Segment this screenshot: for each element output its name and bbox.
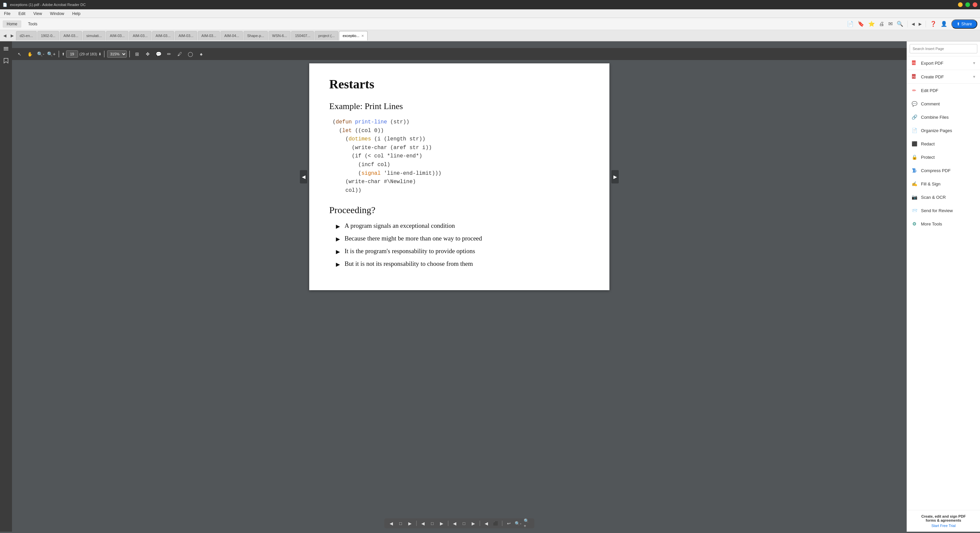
bt-scroll2-btn[interactable]: ⬛ — [492, 520, 500, 527]
tool-hand-btn[interactable]: ✋ — [25, 49, 35, 59]
tab-aim04[interactable]: AIM-04... — [221, 31, 243, 40]
tab-dzi[interactable]: d2i-en... — [16, 31, 37, 40]
sidebar-layers-icon[interactable] — [2, 44, 11, 53]
bt-fit3-btn[interactable]: ▶ — [438, 520, 445, 527]
highlight-btn[interactable]: 🖊 — [175, 49, 185, 59]
help-icon[interactable]: ❓ — [930, 21, 937, 27]
tab-wsn6[interactable]: WSN-6... — [269, 31, 291, 40]
bt-fit-btn[interactable]: ◀ — [419, 520, 426, 527]
panel-item-comment[interactable]: 💬 Comment — [907, 97, 980, 110]
tab-aim03b[interactable]: AIM-03... — [106, 31, 129, 40]
tab-15040[interactable]: 150407... — [291, 31, 314, 40]
search-icon[interactable]: 🔍 — [897, 21, 903, 27]
bullet-text-3: It is the program's responsability to pr… — [345, 248, 475, 255]
tab-prev-button[interactable]: ◀ — [2, 32, 8, 39]
bullet-arrow-1: ▶ — [336, 223, 340, 229]
svg-rect-2 — [4, 50, 8, 50]
zoom-select[interactable]: 315% 100% 150% 200% — [107, 50, 127, 58]
bookmark-icon[interactable]: 🔖 — [858, 21, 864, 27]
more-tools-label: More Tools — [921, 221, 976, 226]
panel-item-edit-pdf[interactable]: ✏ Edit PDF — [907, 84, 980, 97]
menu-window[interactable]: Window — [49, 11, 66, 17]
home-button[interactable]: Home — [3, 20, 21, 28]
user-icon[interactable]: 👤 — [941, 21, 947, 27]
tab-exception[interactable]: exceptio... ✕ — [339, 31, 368, 40]
comment-btn[interactable]: 💬 — [154, 49, 163, 59]
bt-next-btn[interactable]: ▶ — [406, 520, 414, 527]
share-button[interactable]: ⬆ Share — [951, 19, 977, 29]
panel-item-scan-ocr[interactable]: 📷 Scan & OCR — [907, 191, 980, 204]
bt-undo-btn[interactable]: ↩ — [505, 520, 512, 527]
eraser-btn[interactable]: ◯ — [186, 49, 195, 59]
close-button[interactable] — [973, 2, 977, 7]
menu-edit[interactable]: Edit — [17, 11, 27, 17]
panel-item-protect[interactable]: 🔒 Protect — [907, 150, 980, 164]
panel-item-organize[interactable]: 📄 Organize Pages — [907, 124, 980, 137]
tab-aim03a[interactable]: AIM-03... — [60, 31, 82, 40]
star-icon[interactable]: ⭐ — [868, 21, 875, 27]
navigate-next-icon[interactable]: ▶ — [919, 22, 922, 26]
tab-1902[interactable]: 1902-0... — [37, 31, 59, 40]
minimize-button[interactable] — [958, 2, 963, 7]
tool-zoom-in-btn[interactable]: 🔍+ — [47, 49, 56, 59]
bt-rotate2-btn[interactable]: □ — [460, 520, 468, 527]
scan-ocr-label: Scan & OCR — [921, 195, 976, 200]
panel-item-fill-sign[interactable]: ✍ Fill & Sign — [907, 177, 980, 191]
bt-scroll-btn[interactable]: ◀ — [483, 520, 490, 527]
tool-zoom-out-btn[interactable]: 🔍- — [36, 49, 45, 59]
page-nav-right[interactable]: ▶ — [611, 170, 619, 183]
combine-icon: 🔗 — [911, 114, 918, 120]
tab-shape[interactable]: Shape-p... — [243, 31, 268, 40]
menu-view[interactable]: View — [32, 11, 43, 17]
tab-project[interactable]: project (... — [315, 31, 338, 40]
bt-rotate3-btn[interactable]: ▶ — [470, 520, 477, 527]
tab-next-button[interactable]: ▶ — [9, 32, 15, 39]
bt-zoom-in-btn[interactable]: 🔍+ — [524, 520, 531, 527]
promo-cta[interactable]: Start Free Trial — [911, 523, 976, 528]
mail-icon[interactable]: ✉ — [888, 21, 892, 27]
new-file-icon[interactable]: 📄 — [847, 21, 854, 27]
page-next-icon[interactable]: ⬇ — [99, 52, 102, 56]
print-icon[interactable]: 🖨 — [879, 21, 884, 27]
view-select-btn[interactable]: ⊞ — [132, 49, 142, 59]
panel-item-redact[interactable]: ⬛ Redact — [907, 137, 980, 150]
view-pan-btn[interactable]: ✥ — [143, 49, 153, 59]
tab-aim03f[interactable]: AIM-03... — [198, 31, 220, 40]
panel-item-combine[interactable]: 🔗 Combine Files — [907, 110, 980, 124]
panel-item-create-pdf[interactable]: PDF Create PDF ▼ — [907, 70, 980, 83]
bullet-item-1: ▶ A program signals an exceptional condi… — [336, 222, 589, 229]
tools-button[interactable]: Tools — [24, 20, 41, 28]
panel-item-more-tools[interactable]: ⚙ More Tools — [907, 217, 980, 231]
menu-help[interactable]: Help — [71, 11, 82, 17]
sign-btn[interactable]: ♠ — [196, 49, 206, 59]
bt-prev-btn[interactable]: ◀ — [388, 520, 395, 527]
page-prev-icon[interactable]: ⬆ — [62, 52, 65, 56]
panel-export-pdf: PDF Export PDF ▼ — [907, 56, 980, 70]
draw-btn[interactable]: ✏ — [164, 49, 174, 59]
panel-item-send-review[interactable]: 📨 Send for Review — [907, 204, 980, 217]
right-panel: PDF Export PDF ▼ PDF Create PDF ▼ ✏ Edit… — [907, 41, 980, 531]
panel-item-compress[interactable]: 🗜 Compress PDF — [907, 164, 980, 177]
sidebar-bookmark-icon[interactable] — [2, 56, 11, 65]
page-nav-left[interactable]: ◀ — [300, 170, 307, 183]
tab-close-icon[interactable]: ✕ — [361, 34, 364, 38]
maximize-button[interactable] — [965, 2, 970, 7]
menu-file[interactable]: File — [3, 11, 12, 17]
panel-item-export-pdf[interactable]: PDF Export PDF ▼ — [907, 56, 980, 70]
tab-aim03c[interactable]: AIM-03... — [129, 31, 151, 40]
combine-label: Combine Files — [921, 115, 976, 120]
tool-select-btn[interactable]: ↖ — [15, 49, 24, 59]
search-input[interactable] — [910, 44, 977, 53]
bt-rotate-btn[interactable]: ◀ — [451, 520, 458, 527]
bt-fit2-btn[interactable]: □ — [429, 520, 436, 527]
bt-sep-3 — [480, 521, 480, 526]
bt-zoom-out-btn[interactable]: 🔍- — [514, 520, 522, 527]
viewer-area[interactable]: ↖ ✋ 🔍- 🔍+ ⬆ (29 of 183) ⬇ 315% 100% 150%… — [12, 41, 907, 531]
tab-aim03e[interactable]: AIM-03... — [175, 31, 197, 40]
bt-page-btn[interactable]: □ — [397, 520, 404, 527]
home-toolbar: Home Tools 📄 🔖 ⭐ 🖨 ✉ 🔍 ◀ ▶ ❓ 👤 ⬆ Share — [0, 18, 980, 30]
tab-simul[interactable]: simulati... — [83, 31, 105, 40]
navigate-prev-icon[interactable]: ◀ — [912, 22, 915, 26]
tab-aim03d[interactable]: AIM-03... — [152, 31, 175, 40]
page-number-input[interactable] — [66, 50, 78, 58]
